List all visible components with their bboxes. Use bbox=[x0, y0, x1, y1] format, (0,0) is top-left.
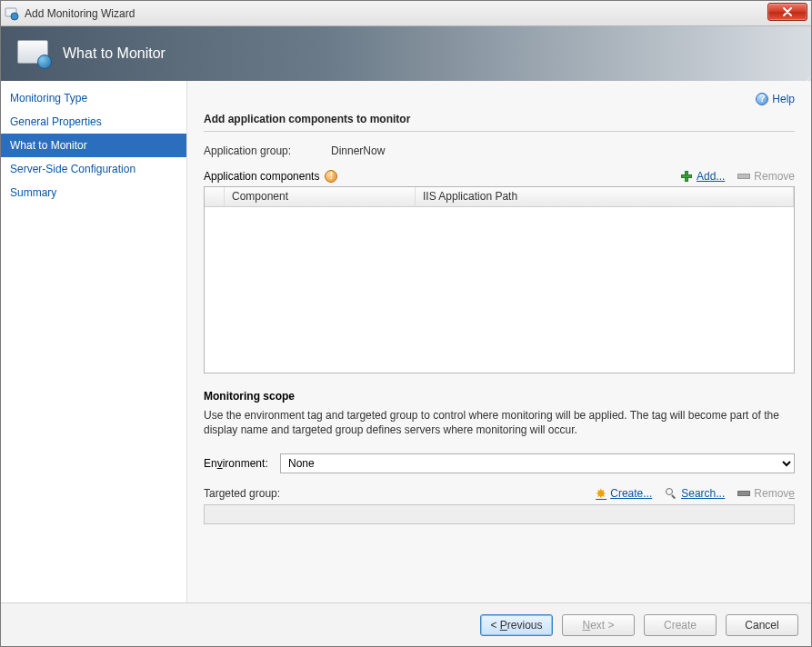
sidebar: Monitoring Type General Properties What … bbox=[1, 81, 187, 602]
create-link[interactable]: ✸ Create... bbox=[596, 486, 652, 501]
sidebar-item-server-side-configuration[interactable]: Server-Side Configuration bbox=[1, 157, 186, 181]
titlebar: Add Monitoring Wizard bbox=[1, 1, 811, 26]
cancel-button[interactable]: Cancel bbox=[726, 614, 798, 636]
remove-link: Remove bbox=[737, 170, 795, 183]
main-panel: ? Help Add application components to mon… bbox=[187, 81, 811, 602]
window-title: Add Monitoring Wizard bbox=[25, 7, 135, 20]
add-link[interactable]: Add... bbox=[680, 170, 725, 183]
add-label-rest: dd... bbox=[704, 170, 725, 183]
plus-icon bbox=[680, 170, 693, 183]
app-icon bbox=[5, 6, 19, 21]
targeted-group-input bbox=[204, 504, 795, 524]
components-grid[interactable]: Component IIS Application Path bbox=[204, 186, 795, 373]
environment-label: Environment: bbox=[204, 457, 275, 470]
minus-icon bbox=[737, 491, 750, 496]
help-icon: ? bbox=[756, 93, 768, 105]
svg-point-1 bbox=[11, 13, 18, 20]
app-group-label: Application group: bbox=[204, 144, 331, 157]
grid-row-indicator-header bbox=[205, 187, 225, 206]
environment-select[interactable]: None bbox=[280, 453, 795, 473]
remove-group-link: Remove bbox=[737, 487, 795, 500]
wizard-window: Add Monitoring Wizard What to Monitor bbox=[0, 0, 812, 647]
grid-header: Component IIS Application Path bbox=[205, 187, 794, 207]
search-icon bbox=[665, 487, 677, 500]
banner-title: What to Monitor bbox=[63, 45, 165, 62]
help-label: Help bbox=[772, 93, 795, 105]
footer: < Previous Next > Create Cancel bbox=[1, 602, 811, 646]
minus-icon bbox=[737, 174, 750, 179]
close-button[interactable] bbox=[767, 3, 807, 21]
grid-col-path[interactable]: IIS Application Path bbox=[416, 187, 794, 206]
sidebar-item-general-properties[interactable]: General Properties bbox=[1, 110, 186, 134]
sidebar-item-summary[interactable]: Summary bbox=[1, 181, 186, 204]
star-icon: ✸ bbox=[596, 486, 606, 501]
search-link[interactable]: Search... bbox=[665, 487, 725, 500]
create-button: Create bbox=[644, 614, 717, 636]
help-link[interactable]: ? Help bbox=[756, 93, 795, 105]
app-group-value: DinnerNow bbox=[331, 144, 385, 157]
scope-description: Use the environment tag and targeted gro… bbox=[204, 408, 795, 437]
scope-title: Monitoring scope bbox=[204, 390, 795, 403]
banner-icon bbox=[17, 40, 50, 67]
sidebar-item-what-to-monitor[interactable]: What to Monitor bbox=[1, 134, 186, 157]
grid-body bbox=[205, 207, 794, 373]
banner-decoration bbox=[611, 26, 811, 81]
wizard-body: Monitoring Type General Properties What … bbox=[1, 81, 811, 602]
targeted-group-label: Targeted group: bbox=[204, 487, 280, 500]
sidebar-item-monitoring-type[interactable]: Monitoring Type bbox=[1, 86, 186, 110]
banner: What to Monitor bbox=[1, 26, 811, 81]
grid-col-component[interactable]: Component bbox=[225, 187, 416, 206]
previous-button[interactable]: < Previous bbox=[480, 614, 553, 636]
remove-label: Remove bbox=[754, 170, 795, 183]
page-heading: Add application components to monitor bbox=[204, 113, 795, 132]
next-button: Next > bbox=[562, 614, 635, 636]
warning-icon: ! bbox=[325, 170, 337, 183]
components-label: Application components bbox=[204, 170, 319, 183]
